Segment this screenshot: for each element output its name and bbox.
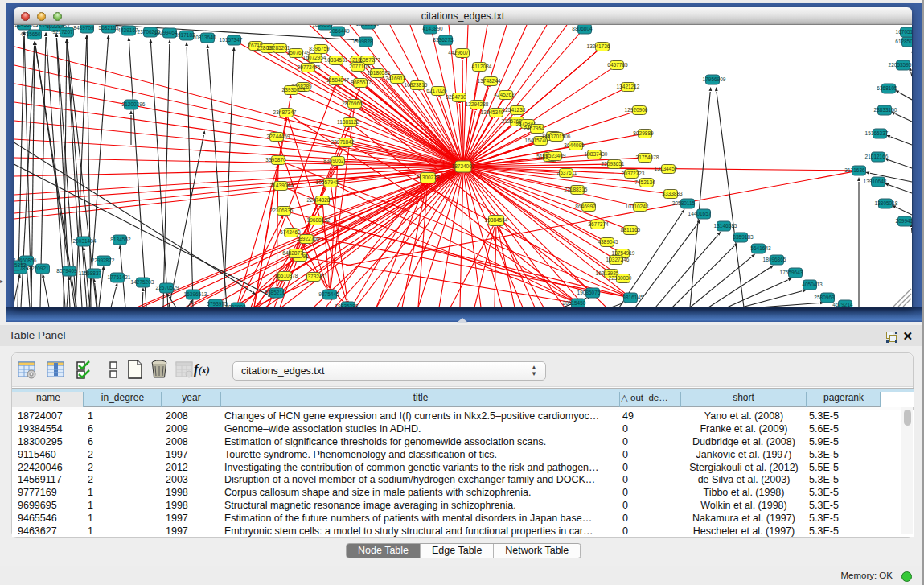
svg-text:10710248: 10710248 (626, 204, 649, 209)
svg-text:19085076: 19085076 (577, 290, 601, 295)
svg-text:9887903: 9887903 (225, 304, 246, 308)
svg-text:20372723: 20372723 (622, 171, 645, 176)
svg-text:13748244: 13748244 (478, 78, 501, 84)
svg-text:3644095: 3644095 (564, 142, 585, 148)
svg-text:18922760: 18922760 (297, 236, 320, 241)
svg-text:14401657: 14401657 (688, 211, 712, 216)
svg-text:13910648: 13910648 (864, 179, 887, 184)
svg-text:8396759: 8396759 (309, 46, 330, 51)
svg-text:8646997: 8646997 (575, 204, 596, 209)
svg-text:17751421: 17751421 (108, 274, 131, 280)
svg-text:8029889: 8029889 (633, 130, 654, 136)
svg-text:3220921: 3220921 (28, 266, 49, 271)
svg-text:16705148: 16705148 (896, 29, 913, 35)
svg-text:23487347: 23487347 (273, 109, 297, 115)
svg-text:22053595: 22053595 (889, 62, 912, 68)
svg-text:17559643: 17559643 (780, 270, 803, 275)
svg-text:12416912: 12416912 (383, 76, 406, 81)
svg-text:23833160: 23833160 (874, 107, 897, 113)
svg-text:15375853: 15375853 (14, 262, 27, 268)
svg-text:15157347: 15157347 (220, 37, 243, 43)
svg-text:4735650: 4735650 (20, 31, 41, 37)
svg-text:8806804: 8806804 (572, 26, 593, 31)
svg-text:11584847: 11584847 (326, 77, 350, 83)
svg-text:10334531: 10334531 (325, 57, 348, 63)
svg-text:13146585: 13146585 (714, 223, 737, 229)
svg-text:8134562: 8134562 (110, 237, 131, 242)
svg-text:22474828: 22474828 (307, 197, 331, 203)
svg-text:13701506: 13701506 (548, 134, 571, 139)
svg-text:21439044: 21439044 (270, 183, 294, 188)
svg-text:18724007: 18724007 (452, 163, 475, 169)
svg-text:22992872: 22992872 (92, 257, 115, 263)
svg-text:12541238: 12541238 (503, 107, 526, 113)
svg-text:11558837: 11558837 (79, 270, 102, 276)
svg-text:8811165: 8811165 (621, 227, 641, 233)
svg-text:21200396: 21200396 (122, 101, 146, 107)
svg-text:6368105: 6368105 (877, 85, 897, 91)
svg-text:21754078: 21754078 (636, 154, 659, 160)
svg-text:19832259: 19832259 (356, 25, 380, 27)
svg-text:2580963: 2580963 (814, 295, 835, 300)
svg-text:17956909: 17956909 (703, 76, 726, 82)
svg-text:21012166: 21012166 (865, 154, 889, 159)
svg-text:8369062: 8369062 (323, 158, 344, 163)
svg-text:16396513: 16396513 (184, 291, 207, 297)
svg-text:16510878: 16510878 (275, 273, 298, 278)
svg-text:20994697: 20994697 (896, 218, 913, 224)
svg-text:8685577: 8685577 (351, 80, 372, 85)
svg-text:11881122: 11881122 (337, 119, 359, 125)
svg-text:2077105: 2077105 (349, 64, 370, 69)
svg-text:5682115: 5682115 (99, 25, 119, 31)
svg-text:6128503: 6128503 (895, 39, 913, 44)
svg-text:3395870: 3395870 (265, 157, 286, 163)
svg-text:1999828: 1999828 (352, 39, 373, 44)
svg-text:19836388: 19836388 (335, 303, 359, 308)
svg-text:6357277: 6357277 (359, 57, 380, 63)
svg-text:4112034: 4112034 (472, 64, 492, 69)
svg-text:20615450: 20615450 (563, 300, 586, 306)
svg-text:21300273: 21300273 (417, 175, 440, 180)
svg-text:16072954: 16072954 (303, 55, 326, 60)
svg-text:9275445: 9275445 (318, 291, 339, 297)
svg-text:23971842: 23971842 (331, 139, 355, 145)
svg-text:12294238: 12294238 (466, 101, 489, 107)
svg-text:15165337: 15165337 (865, 130, 889, 136)
svg-text:19384554: 19384554 (485, 217, 508, 223)
svg-text:8359183: 8359183 (733, 234, 754, 240)
svg-text:13134457: 13134457 (655, 166, 678, 171)
svg-text:15180586: 15180586 (368, 70, 391, 76)
svg-text:4245263: 4245263 (494, 92, 515, 97)
svg-text:6742460: 6742460 (280, 229, 301, 235)
svg-text:4389045: 4389045 (598, 239, 618, 245)
svg-text:16415740: 16415740 (525, 138, 548, 143)
svg-text:2457954: 2457954 (524, 126, 544, 131)
svg-text:8079409: 8079409 (56, 268, 77, 274)
svg-text:8336273: 8336273 (433, 37, 454, 43)
svg-text:22306335: 22306335 (270, 208, 294, 213)
svg-text:5685216: 5685216 (265, 290, 285, 295)
svg-text:10323815: 10323815 (405, 82, 428, 88)
svg-text:14275203: 14275203 (131, 279, 154, 285)
svg-text:7452134: 7452134 (634, 179, 655, 185)
svg-text:20031404: 20031404 (73, 238, 97, 244)
svg-text:22744459: 22744459 (267, 134, 290, 139)
svg-text:1890399: 1890399 (312, 25, 333, 27)
svg-text:5793975: 5793975 (207, 301, 228, 307)
svg-text:5641643: 5641643 (750, 245, 771, 251)
svg-text:2537611: 2537611 (557, 170, 577, 175)
svg-text:19523409: 19523409 (543, 153, 566, 159)
svg-text:10327246: 10327246 (606, 257, 630, 262)
svg-text:6482877: 6482877 (282, 250, 303, 256)
svg-text:22330030: 22330030 (609, 275, 632, 281)
svg-text:13241736: 13241736 (587, 43, 610, 49)
svg-text:9816145: 9816145 (622, 295, 643, 300)
svg-text:13805018: 13805018 (875, 200, 898, 206)
svg-text:13732411: 13732411 (305, 274, 328, 279)
svg-text:10057945: 10057945 (316, 179, 339, 185)
svg-text:4679214: 4679214 (832, 302, 853, 307)
svg-text:8224730: 8224730 (446, 94, 466, 100)
svg-text:8489709: 8489709 (73, 25, 94, 31)
svg-text:13754919: 13754919 (612, 250, 635, 256)
svg-text:23936053: 23936053 (282, 87, 306, 93)
